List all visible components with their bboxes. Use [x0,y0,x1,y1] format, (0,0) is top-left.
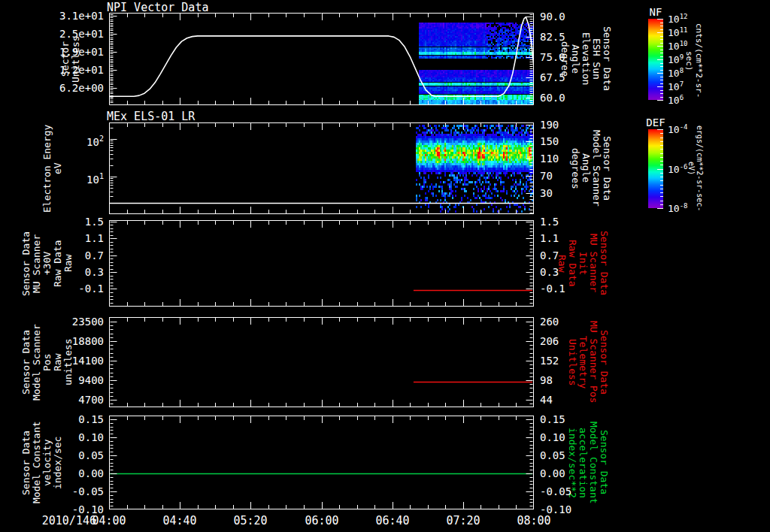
def-colorbar-tick [660,192,663,193]
nf-colorbar-tick-label: 106 [668,94,684,106]
panel-5-right-tick-label: -0.05 [540,485,585,497]
def-colorbar-tick [660,133,663,134]
def-colorbar-tick-label: 10-8 [668,202,688,214]
panel-2-left-tick-label: 101 [0,171,104,186]
nf-colorbar-tick [657,59,663,60]
def-colorbar-title: DEF [643,116,668,128]
panel-5-left-tick-label: 0.15 [0,413,104,425]
panel-5-left-tick-label: 0.05 [0,449,104,461]
x-axis-tick-label: 06:40 [368,514,417,527]
nf-colorbar-tick [657,46,663,47]
panel-3-right-tick-label: 1.1 [540,232,585,244]
panel-3-left-tick-label: -0.1 [0,283,104,295]
def-colorbar-tick [660,161,663,162]
nf-colorbar-tick-label: 109 [668,53,684,65]
nf-colorbar-tick [660,77,663,77]
def-colorbar-tick [660,201,663,201]
def-colorbar-tick [660,149,663,150]
tplot-figure: NPI Vector Data MEx ELS-01 LR SectorUnit… [0,0,770,532]
panel-1-left-tick-label: 2.5e+01 [0,28,104,40]
def-colorbar-tick [660,177,663,177]
axis-label-line: Sensor Data [602,13,612,105]
nf-colorbar-tick [660,43,663,44]
panel-3-right-tick-label: -0.1 [540,283,585,295]
axis-label-line: Model Scanner [591,122,602,214]
nf-colorbar-tick [660,39,663,40]
axis-label-line: MU Scanner Pos [588,317,599,407]
x-axis-tick-label: 07:20 [439,514,487,527]
x-axis-tick-label: 05:20 [226,514,274,527]
panel-2-right-tick-label: 110 [540,153,585,165]
panel-1-left-tick-label: 3.1e+01 [0,10,104,22]
panel-2-right-tick-label: 190 [540,119,585,131]
panel-1-right-tick-label: 75.0 [540,51,585,63]
def-colorbar-tick [660,185,663,186]
panel-4-left-tick-label: 14100 [0,355,104,367]
panel-1-right-tick-label: 67.5 [540,71,585,83]
nf-colorbar-tick [657,86,663,87]
nf-colorbar-tick-label: 107 [668,80,684,92]
nf-colorbar-tick-label: 108 [668,67,684,79]
x-axis-tick-label: 04:00 [85,514,133,527]
nf-colorbar-tick [657,100,663,101]
nf-colorbar-tick [660,53,663,53]
def-colorbar-tick [660,189,663,189]
panel-4-right-tick-label: 206 [540,335,585,347]
def-colorbar-tick [660,157,663,158]
nf-colorbar-tick [660,50,663,50]
nf-colorbar-tick [660,90,663,91]
def-colorbar-tick [657,129,663,130]
def-colorbar-tick [657,169,663,170]
nf-colorbar-tick [660,66,663,67]
panel-4-left-tick-label: 4700 [0,394,104,406]
panel-5-left-tick-label: 0.00 [0,467,104,479]
panel-4-right-tick-label: 152 [540,355,585,367]
panel-4-left-tick-label: 23500 [0,316,104,328]
def-colorbar-tick [660,180,663,181]
nf-colorbar-tick-label: 1010 [668,40,688,52]
nf-colorbar-tick [660,23,663,23]
nf-colorbar-tick-label: 1012 [668,13,688,25]
panel-4-plot-canvas [109,317,534,407]
nf-colorbar-tick [660,93,663,94]
nf-colorbar-tick-label: 1011 [668,26,688,38]
panel-1-left-tick-label: 6.2e+00 [0,82,104,94]
panel-1-left-tick-label: 1.9e+01 [0,46,104,58]
x-axis-tick-label: 06:00 [298,514,346,527]
panel-1-left-tick-label: 1.2e+01 [0,64,104,76]
axis-label-line: Sensor Data [599,317,609,407]
def-colorbar-tick [660,204,663,205]
panel-4-left-tick-label: 9400 [0,374,104,386]
def-colorbar-tick-label: 10-6 [668,163,688,175]
panel-3-left-tick-label: 1.1 [0,232,104,244]
nf-colorbar-tick [660,80,663,80]
panel-3-left-tick-label: 1.5 [0,216,104,228]
panel-5-right-tick-label: 0.00 [540,467,585,479]
panel-5-left-tick-label: -0.05 [0,485,104,497]
panel-4-left-tick-label: 18800 [0,335,104,347]
panel-4-right-tick-label: 98 [540,374,585,386]
panel-3-right-tick-label: 1.5 [540,216,585,228]
def-colorbar-unit-label: ergs/(cm**2-sr-sec-eV) [692,119,704,218]
panel-2-title: MEx ELS-01 LR [107,110,195,123]
panel-3-left-tick-label: 0.3 [0,266,104,278]
def-colorbar-tick [660,173,663,174]
def-colorbar-tick [660,165,663,165]
panel-5-plot-canvas [109,416,534,509]
axis-label-line: Sensor Data [599,416,609,509]
panel-5-left-tick-label: 0.10 [0,431,104,443]
nf-colorbar-tick [657,73,663,74]
def-colorbar-tick-label: 10-4 [668,123,688,135]
def-colorbar-tick [660,138,663,138]
panel-3-plot-canvas [109,220,534,307]
panel-4-right-tick-label: 260 [540,316,585,328]
nf-colorbar-tick [660,26,663,26]
x-axis-tick-label: 04:40 [156,514,204,527]
panel-2-left-tick-label: 102 [0,133,104,148]
def-colorbar-tick [660,196,663,197]
panel-3-right-tick-label: 0.3 [540,266,585,278]
axis-label-line: Sensor Data [599,220,609,307]
nf-colorbar-tick [660,70,663,71]
nf-colorbar-tick [657,19,663,20]
nf-colorbar-tick [660,56,663,57]
